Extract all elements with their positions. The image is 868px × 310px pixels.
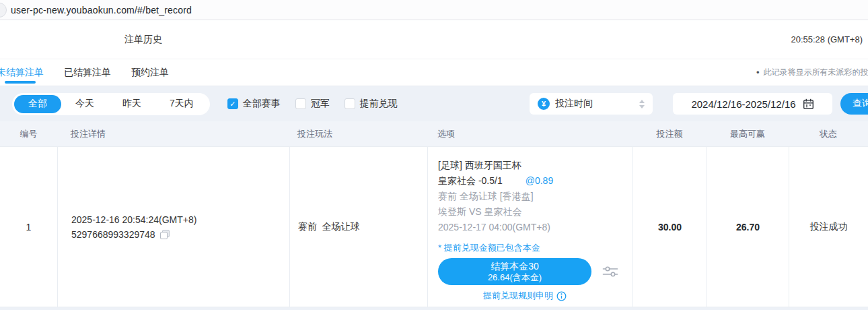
header-amount: 投注额 <box>632 128 707 140</box>
row-max-win: 26.70 <box>707 147 789 307</box>
header-no: 编号 <box>0 128 57 140</box>
copy-icon[interactable] <box>160 230 170 239</box>
market-info: 赛前 全场让球 [香港盘] <box>438 189 622 204</box>
browser-url-bar: user-pc-new.youbaokun.com/#/bet_record <box>0 0 868 20</box>
cashout-button-line2: 26.64(含本金) <box>488 272 542 283</box>
row-status: 投注成功 <box>789 147 868 307</box>
record-note: • 此记录将显示所有未派彩的投 <box>756 59 868 86</box>
selection-name: 皇家社会 -0.5/1 <box>438 173 503 189</box>
cashout-button-line1: 结算本金30 <box>491 261 539 272</box>
tab-settled[interactable]: 已结算注单 <box>63 59 112 86</box>
calendar-icon <box>803 98 814 110</box>
page-header: 注单历史 20:55:28 (GMT+8) <box>0 20 868 59</box>
browser-site-icon[interactable] <box>0 3 7 18</box>
header-option: 选项 <box>427 128 632 140</box>
checkbox-all-events-label: 全部赛事 <box>243 98 281 110</box>
header-max-win: 最高可赢 <box>707 128 789 140</box>
tab-reserved[interactable]: 预约注单 <box>130 59 170 86</box>
bullet-icon: • <box>756 67 760 78</box>
league-name: [足球] 西班牙国王杯 <box>438 158 622 173</box>
select-arrows-icon <box>639 100 645 108</box>
coin-yuan-icon: ¥ <box>538 98 550 110</box>
url-text[interactable]: user-pc-new.youbaokun.com/#/bet_record <box>11 5 192 16</box>
record-note-text: 此记录将显示所有未派彩的投 <box>764 67 868 78</box>
header-status: 状态 <box>789 128 868 140</box>
header-bet-details: 投注详情 <box>57 128 289 140</box>
sort-dropdown-label: 投注时间 <box>555 98 593 110</box>
cashout-slider-icon[interactable] <box>602 265 618 278</box>
bet-id: 5297668993329748 <box>71 229 155 240</box>
page-title: 注单历史 <box>124 34 162 46</box>
row-bet-details: 2025-12-16 20:54:24(GMT+8) 5297668993329… <box>57 147 289 307</box>
table-row: 1 2025-12-16 20:54:24(GMT+8) 52976689933… <box>0 147 868 307</box>
match-time: 2025-12-17 04:00(GMT+8) <box>438 220 622 235</box>
tabs-row: 未结算注单 已结算注单 预约注单 • 此记录将显示所有未派彩的投 <box>0 59 868 86</box>
odds-value: @0.89 <box>526 173 553 189</box>
match-teams: 埃登斯 VS 皇家社会 <box>438 204 622 220</box>
info-icon <box>556 291 567 301</box>
date-quick-filter-group: 全部 今天 昨天 7天内 <box>12 93 210 115</box>
filter-bar: 全部 今天 昨天 7天内 ✓ 全部赛事 冠军 提前兑现 ¥ 投注时间 2024/… <box>0 86 868 121</box>
row-option: [足球] 西班牙国王杯 皇家社会 -0.5/1 @0.89 赛前 全场让球 [香… <box>427 147 632 307</box>
checkbox-unchecked-icon <box>295 98 306 109</box>
date-range-picker[interactable]: 2024/12/16-2025/12/16 <box>673 93 832 115</box>
checkbox-champion-label: 冠军 <box>311 98 330 110</box>
date-range-value: 2024/12/16-2025/12/16 <box>691 98 795 110</box>
quick-filter-today[interactable]: 今天 <box>61 95 108 113</box>
bet-time: 2025-12-16 20:54:24(GMT+8) <box>71 214 289 225</box>
tab-unsettled[interactable]: 未结算注单 <box>0 59 45 86</box>
checkbox-early-cashout[interactable]: 提前兑现 <box>345 98 398 110</box>
quick-filter-all[interactable]: 全部 <box>14 95 61 113</box>
bet-time-sort-dropdown[interactable]: ¥ 投注时间 <box>530 93 653 115</box>
table-header: 编号 投注详情 投注玩法 选项 投注额 最高可赢 状态 <box>0 121 868 147</box>
row-play-type: 赛前 全场让球 <box>289 147 427 307</box>
checkbox-all-events[interactable]: ✓ 全部赛事 <box>227 98 281 110</box>
header-play-type: 投注玩法 <box>289 128 427 140</box>
checkbox-early-cashout-label: 提前兑现 <box>360 98 398 110</box>
cashout-rule-text: 提前兑现规则申明 <box>483 290 553 302</box>
cashout-button[interactable]: 结算本金30 26.64(含本金) <box>438 258 591 285</box>
row-amount: 30.00 <box>632 147 707 307</box>
query-button[interactable]: 查询 <box>840 93 868 115</box>
cashout-rule-link[interactable]: 提前兑现规则申明 <box>438 290 612 302</box>
quick-filter-7days[interactable]: 7天内 <box>155 95 208 113</box>
checkbox-checked-icon: ✓ <box>227 98 238 109</box>
checkbox-group: ✓ 全部赛事 冠军 提前兑现 <box>227 98 398 110</box>
row-no: 1 <box>0 147 57 307</box>
server-clock: 20:55:28 (GMT+8) <box>791 34 863 44</box>
checkbox-unchecked-icon <box>345 98 355 109</box>
cashout-note: * 提前兑现金额已包含本金 <box>438 241 622 255</box>
quick-filter-yesterday[interactable]: 昨天 <box>108 95 155 113</box>
checkbox-champion[interactable]: 冠军 <box>295 98 330 110</box>
